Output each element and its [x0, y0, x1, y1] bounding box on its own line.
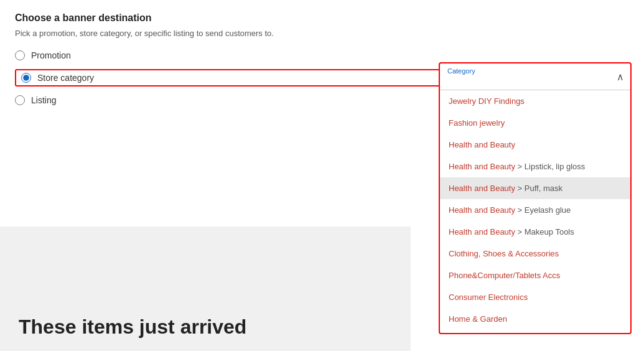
radio-promotion-label: Promotion	[31, 50, 71, 60]
radio-listing-label: Listing	[31, 95, 56, 105]
dropdown-header: Category ∧	[440, 63, 630, 90]
gray-area: These items just arrived	[0, 227, 411, 351]
radio-item-promotion[interactable]: Promotion	[15, 50, 629, 60]
dropdown-item[interactable]: Fashion jewelry	[440, 112, 630, 134]
radio-listing[interactable]	[15, 95, 25, 105]
radio-promotion[interactable]	[15, 50, 25, 60]
category-search-input[interactable]	[447, 77, 623, 87]
category-dropdown-panel: Category ∧ Jewelry DIY FindingsFashion j…	[439, 62, 632, 334]
dropdown-item[interactable]: Health and Beauty > Lipstick, lip gloss	[440, 156, 630, 177]
dropdown-item[interactable]: Baby Clothing Shoes & Acc	[440, 330, 630, 333]
radio-store-category[interactable]	[21, 73, 31, 83]
radio-store-category-label: Store category	[37, 73, 94, 83]
dropdown-item[interactable]: Health and Beauty > Puff, mask	[440, 177, 630, 199]
dropdown-item[interactable]: Home & Garden	[440, 308, 630, 330]
chevron-up-icon[interactable]: ∧	[617, 71, 624, 83]
dropdown-label: Category	[447, 67, 623, 75]
dropdown-item[interactable]: Jewelry DIY Findings	[440, 90, 630, 112]
radio-item-store-category[interactable]: Store category	[21, 73, 94, 83]
gray-area-text: These items just arrived	[19, 316, 246, 339]
dropdown-item[interactable]: Health and Beauty > Makeup Tools	[440, 221, 630, 243]
page-subtitle: Pick a promotion, store category, or spe…	[15, 29, 629, 38]
dropdown-item[interactable]: Clothing, Shoes & Accessories	[440, 243, 630, 264]
dropdown-item[interactable]: Phone&Computer/Tablets Accs	[440, 264, 630, 286]
dropdown-item[interactable]: Health and Beauty	[440, 134, 630, 156]
dropdown-item[interactable]: Consumer Electronics	[440, 286, 630, 308]
dropdown-item[interactable]: Health and Beauty > Eyelash glue	[440, 199, 630, 221]
category-dropdown-list[interactable]: Jewelry DIY FindingsFashion jewelryHealt…	[440, 90, 630, 333]
page-title: Choose a banner destination	[15, 12, 629, 24]
